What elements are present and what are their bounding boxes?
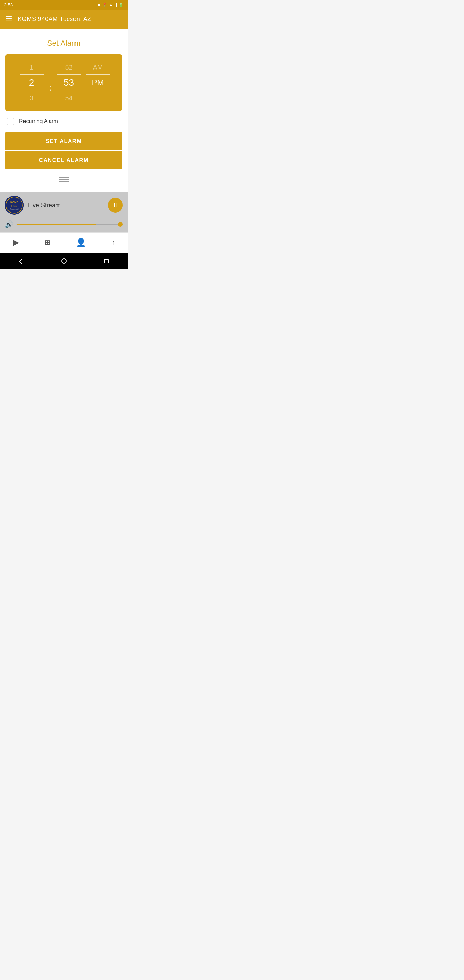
app-bar: ☰ KGMS 940AM Tucson, AZ — [0, 10, 127, 29]
pause-button[interactable]: ⏸ — [108, 198, 123, 213]
battery-status-icon: 🔋 — [119, 3, 124, 7]
back-icon — [19, 259, 24, 264]
play-nav-icon: ▶ — [13, 237, 19, 247]
pause-icon: ⏸ — [112, 202, 118, 209]
volume-row: 🔊 — [0, 218, 127, 232]
share-nav-icon: ↑ — [111, 239, 115, 247]
recurring-alarm-row: Recurring Alarm — [5, 118, 122, 125]
contacts-nav-icon: 👤 — [76, 237, 86, 247]
system-nav — [0, 253, 127, 269]
recurring-alarm-label: Recurring Alarm — [19, 118, 58, 124]
volume-icon: 🔊 — [5, 220, 13, 228]
signal-status-icon: ▐ — [114, 3, 117, 7]
record-status-icon: ⏺ — [97, 3, 101, 7]
status-time: 2:53 — [4, 2, 13, 8]
main-content: Set Alarm 1 2 3 : 52 53 54 — [0, 29, 127, 192]
alarm-buttons: SET ALARM CANCEL ALARM — [5, 132, 122, 169]
time-separator-col: : — [47, 73, 54, 92]
home-icon — [61, 258, 67, 264]
nav-item-contacts[interactable]: 👤 — [70, 236, 92, 248]
recurring-alarm-checkbox[interactable] — [7, 118, 14, 125]
drag-line-2 — [59, 179, 69, 180]
ampm-selected: PM — [92, 75, 104, 90]
svg-text:940AM: 940AM — [11, 205, 17, 207]
drag-line-1 — [59, 177, 69, 178]
minute-selected: 53 — [64, 75, 74, 90]
station-logo: KGMS 940AM Tucson, AZ — [5, 196, 24, 215]
drag-line-3 — [59, 181, 69, 182]
back-button[interactable] — [18, 257, 25, 265]
bottom-nav: ▶ ⊞ 👤 ↑ — [0, 232, 127, 253]
ampm-divider-top — [86, 74, 110, 75]
volume-fill — [17, 224, 96, 225]
hamburger-icon[interactable]: ☰ — [5, 14, 12, 24]
location-status-icon: 📍 — [102, 3, 107, 7]
volume-thumb[interactable] — [118, 222, 123, 227]
recents-button[interactable] — [103, 257, 110, 265]
nav-item-grid[interactable]: ⊞ — [39, 237, 56, 248]
time-picker-row: 1 2 3 : 52 53 54 AM PM — [9, 61, 119, 104]
page-title: Set Alarm — [47, 39, 80, 48]
hour-column[interactable]: 1 2 3 — [16, 61, 47, 104]
drag-handle — [59, 177, 69, 182]
hour-selected: 2 — [29, 75, 34, 90]
hour-divider-bottom — [20, 91, 43, 91]
station-logo-svg: KGMS 940AM Tucson, AZ — [5, 196, 24, 215]
svg-text:Tucson, AZ: Tucson, AZ — [10, 208, 18, 210]
svg-text:KGMS: KGMS — [10, 201, 19, 204]
status-bar: 2:53 ⏺ 📍 ▲ ▐ 🔋 — [0, 0, 127, 10]
player-section: KGMS 940AM Tucson, AZ Live Stream ⏸ 🔊 — [0, 192, 127, 232]
nav-item-share[interactable]: ↑ — [106, 237, 121, 248]
ampm-divider-bottom — [86, 91, 110, 91]
time-separator: : — [49, 83, 51, 92]
grid-nav-icon: ⊞ — [44, 238, 50, 247]
hour-below: 3 — [30, 92, 33, 104]
minute-divider-top — [57, 74, 81, 75]
minute-column[interactable]: 52 53 54 — [54, 61, 84, 104]
time-picker[interactable]: 1 2 3 : 52 53 54 AM PM — [5, 54, 122, 111]
minute-below: 54 — [65, 92, 73, 104]
hour-divider-top — [20, 74, 43, 75]
status-icons: ⏺ 📍 ▲ ▐ 🔋 — [97, 3, 124, 7]
ampm-column[interactable]: AM PM — [84, 61, 111, 104]
player-row: KGMS 940AM Tucson, AZ Live Stream ⏸ — [0, 192, 127, 218]
nav-item-play[interactable]: ▶ — [8, 236, 24, 248]
minute-divider-bottom — [57, 91, 81, 91]
volume-track[interactable] — [17, 224, 123, 225]
recents-icon — [104, 259, 108, 263]
set-alarm-button[interactable]: SET ALARM — [5, 132, 122, 150]
ampm-above: AM — [93, 61, 103, 73]
player-info: Live Stream — [28, 202, 104, 209]
hour-above: 1 — [30, 61, 33, 73]
stream-label: Live Stream — [28, 202, 60, 208]
wifi-status-icon: ▲ — [109, 3, 113, 7]
home-button[interactable] — [60, 257, 68, 265]
minute-above: 52 — [65, 61, 73, 73]
app-title: KGMS 940AM Tucson, AZ — [18, 16, 91, 23]
cancel-alarm-button[interactable]: CANCEL ALARM — [5, 151, 122, 169]
